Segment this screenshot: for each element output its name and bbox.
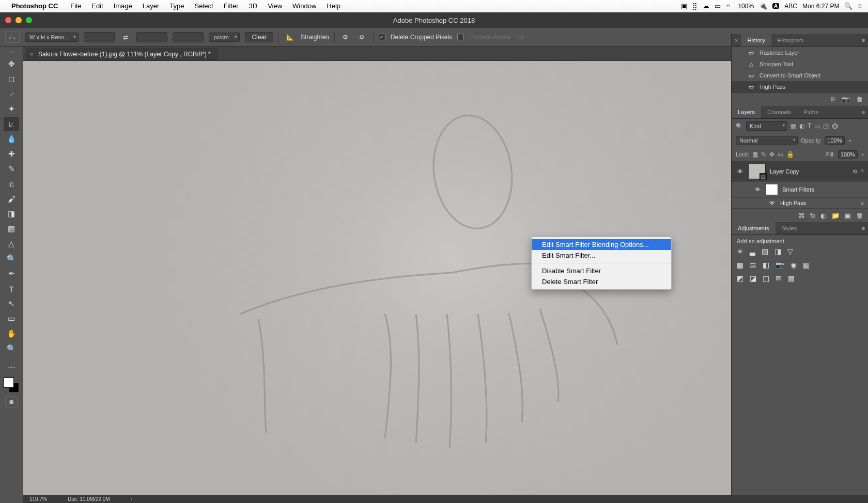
clone-tool[interactable]: ⎌ (4, 177, 19, 191)
crop-tool-icon[interactable]: ⟀▾ (5, 32, 20, 43)
crop-options-icon[interactable]: ⚙ (357, 32, 368, 43)
adjustments-panel-menu-icon[interactable]: ≡ (859, 222, 868, 234)
airplay-icon[interactable]: ▭ (715, 2, 721, 10)
menu-image[interactable]: Image (109, 2, 137, 10)
move-tool[interactable]: ✥ (4, 57, 19, 71)
cc-cloud-icon[interactable]: ☁ (703, 2, 709, 10)
lock-artboard-icon[interactable]: ▭ (778, 151, 783, 158)
menu-select[interactable]: Select (189, 2, 218, 10)
channel-mixer-icon[interactable]: ◉ (791, 261, 797, 269)
layers-panel-menu-icon[interactable]: ≡ (859, 106, 868, 118)
shape-tool[interactable]: ▭ (4, 311, 19, 326)
ctx-edit-filter[interactable]: Edit Smart Filter... (532, 250, 671, 261)
status-doc[interactable]: Doc: 11.0M/22.0M (68, 496, 110, 502)
tab-styles[interactable]: Styles (776, 222, 803, 234)
menu-layer[interactable]: Layer (137, 2, 165, 10)
delete-layer-icon[interactable]: 🗑 (856, 212, 863, 219)
marquee-tool[interactable]: ◻ (4, 72, 19, 86)
menu-file[interactable]: File (65, 2, 86, 10)
curves-icon[interactable]: ▨ (762, 247, 768, 256)
content-aware-checkbox[interactable]: ✓ (457, 34, 464, 40)
battery-icon[interactable]: 🔌 (759, 2, 767, 10)
straighten-icon[interactable]: 📐 (284, 32, 296, 43)
menu-help[interactable]: Help (321, 2, 346, 10)
history-item[interactable]: ▭Rasterize Layer (732, 47, 868, 58)
menu-type[interactable]: Type (164, 2, 189, 10)
layer-row[interactable]: 👁 ◰ Layer Copy ⟲ ^ (732, 162, 868, 182)
ctx-edit-blending[interactable]: Edit Smart Filter Blending Options... (532, 239, 671, 250)
filter-settings-icon[interactable]: ≡ (861, 200, 864, 206)
ime-label[interactable]: ABC (784, 3, 797, 10)
crop-preset-dropdown[interactable]: W x H x Reso... (25, 33, 79, 42)
brightness-icon[interactable]: ☀ (737, 247, 743, 256)
close-panel-icon[interactable]: × (732, 35, 741, 45)
crop-tool[interactable]: ⟀ (4, 117, 19, 131)
hand-tool[interactable]: ✋ (4, 326, 19, 341)
filter-smart-icon[interactable]: ◳ (823, 122, 829, 130)
healing-tool[interactable]: ✚ (4, 147, 19, 161)
dropbox-icon[interactable]: ⣿ (692, 2, 698, 10)
app-name[interactable]: Photoshop CC (11, 2, 65, 10)
layer-visibility-icon[interactable]: 👁 (736, 168, 744, 175)
gradient-tool[interactable]: ▦ (4, 222, 19, 236)
tab-layers[interactable]: Layers (732, 106, 761, 118)
type-tool[interactable]: T (4, 281, 19, 296)
filter-item-visibility-icon[interactable]: 👁 (768, 200, 776, 206)
dodge-tool[interactable]: 🔍 (4, 252, 19, 266)
invert-icon[interactable]: ◩ (737, 274, 743, 282)
brush-tool[interactable]: ✎ (4, 162, 19, 176)
filter-mask-thumbnail[interactable] (766, 184, 778, 195)
expand-icon[interactable]: ^ (861, 168, 864, 175)
lock-paint-icon[interactable]: ✎ (761, 151, 766, 158)
screenrec-icon[interactable]: ▣ (681, 2, 687, 10)
reset-crop-icon[interactable]: ↺ (516, 32, 527, 43)
spotlight-icon[interactable]: 🔍 (844, 2, 853, 10)
eraser-tool[interactable]: ◨ (4, 207, 19, 221)
clock[interactable]: Mon 6:27 PM (802, 3, 839, 10)
tab-histogram[interactable]: Histogram (771, 34, 810, 46)
photo-filter-icon[interactable]: 📷 (776, 261, 784, 269)
menu-edit[interactable]: Edit (86, 2, 108, 10)
filter-pixel-icon[interactable]: ▦ (791, 122, 796, 130)
wifi-icon[interactable]: ᯤ (726, 2, 733, 10)
lock-all-icon[interactable]: 🔒 (786, 151, 794, 158)
history-item[interactable]: △Sharpen Tool (732, 58, 868, 70)
filter-item-name[interactable]: High Pass (780, 200, 857, 206)
lock-pos-icon[interactable]: ✥ (769, 151, 774, 158)
close-tab-icon[interactable]: × (30, 51, 33, 57)
history-item[interactable]: ▭Convert to Smart Object (732, 70, 868, 81)
tab-channels[interactable]: Channels (761, 106, 797, 118)
fx-icon[interactable]: fx (810, 212, 815, 219)
eyedropper-tool[interactable]: 💧 (4, 132, 19, 146)
ctx-delete-filter[interactable]: Delete Smart Filter (532, 276, 671, 287)
history-brush-tool[interactable]: 🖌 (4, 192, 19, 206)
tab-paths[interactable]: Paths (798, 106, 825, 118)
lasso-tool[interactable]: ⟋ (4, 87, 19, 101)
filter-adjust-icon[interactable]: ◐ (799, 122, 804, 130)
pen-tool[interactable]: ✒ (4, 266, 19, 281)
trash-icon[interactable]: 🗑 (856, 96, 863, 103)
expand-toolbar-icon[interactable]: ›› (10, 49, 13, 57)
status-zoom[interactable]: 110.7% (29, 496, 47, 502)
opacity-stepper-icon[interactable]: ▾ (848, 138, 851, 143)
tab-history[interactable]: History (741, 34, 771, 46)
link-icon[interactable]: ⟲ (853, 168, 857, 175)
opacity-value[interactable]: 100% (825, 136, 844, 145)
status-flyout-icon[interactable]: › (131, 496, 132, 502)
layer-name[interactable]: Layer Copy (770, 168, 848, 175)
blur-tool[interactable]: △ (4, 237, 19, 251)
filter-type-icon[interactable]: T (808, 122, 811, 130)
quick-mask-toggle[interactable]: ◙ (5, 396, 18, 407)
posterize-icon[interactable]: ◪ (750, 274, 756, 282)
color-swatches[interactable] (4, 378, 19, 393)
selective-color-icon[interactable]: ▤ (788, 274, 795, 282)
tab-adjustments[interactable]: Adjustments (732, 222, 776, 234)
crop-units-dropdown[interactable]: px/cm (209, 33, 240, 42)
vibrance-icon[interactable]: ▽ (787, 247, 793, 256)
fill-stepper-icon[interactable]: ▾ (861, 152, 864, 157)
quick-select-tool[interactable]: ✦ (4, 102, 19, 116)
delete-cropped-checkbox[interactable]: ✓ (379, 34, 385, 40)
filter-shape-icon[interactable]: ▭ (814, 122, 820, 130)
menu-filter[interactable]: Filter (219, 2, 244, 10)
new-doc-from-state-icon[interactable]: ⎘ (831, 96, 835, 103)
